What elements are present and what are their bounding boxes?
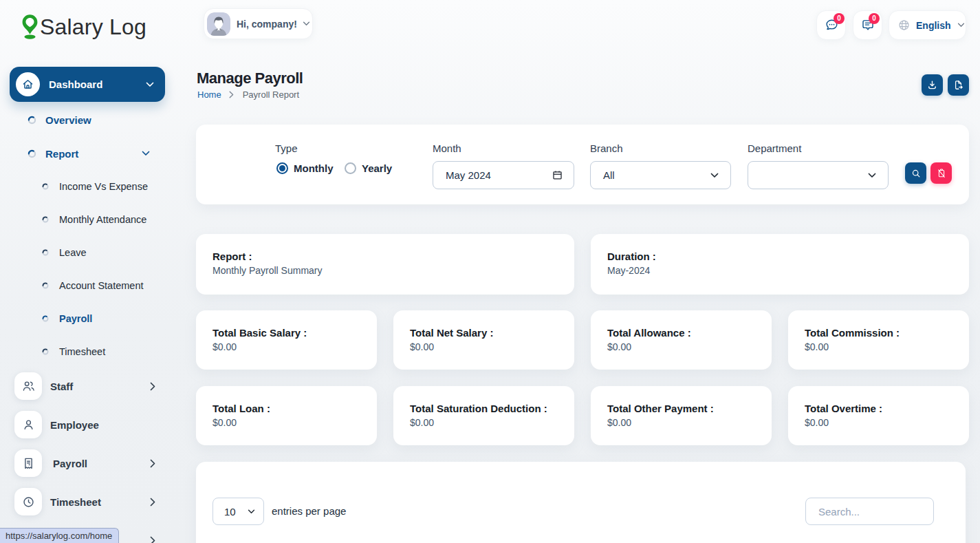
branch-value: All [603, 169, 615, 181]
branch-select[interactable]: All [590, 161, 731, 189]
clipboard-slash-icon [936, 168, 947, 179]
breadcrumb-home-link[interactable]: Home [197, 89, 221, 100]
ring-icon [42, 282, 49, 289]
user-greeting: Hi, company! [237, 19, 297, 30]
month-value: May 2024 [446, 169, 491, 181]
type-radio-monthly[interactable]: Monthly [276, 162, 334, 174]
sidebar-subitem-label: Income Vs Expense [59, 181, 148, 192]
report-summary-card: Report : Monthly Payroll Summary [196, 234, 574, 295]
filter-card: Type Monthly Yearly Month May 2024 Branc… [196, 125, 969, 204]
radio-unchecked-icon[interactable] [345, 162, 356, 174]
stat-card-total-saturation-deduction: Total Saturation Deduction : $0.00 [393, 386, 574, 445]
brand-logo[interactable]: Salary Log [21, 14, 146, 40]
user-menu[interactable]: Hi, company! [204, 8, 313, 39]
stat-label: Total Overtime : [805, 403, 882, 414]
stat-value: $0.00 [805, 341, 829, 352]
sidebar-item-dashboard[interactable]: Dashboard [10, 67, 165, 102]
sidebar-item-employee[interactable]: Employee [10, 411, 165, 438]
stat-value: $0.00 [607, 417, 631, 428]
calendar-icon [552, 169, 563, 181]
status-url-text: https://salarylog.com/home [6, 531, 112, 541]
sidebar-item-label: Report [45, 148, 78, 160]
stat-value: $0.00 [213, 417, 237, 428]
page-size-value: 10 [224, 506, 236, 518]
download-icon [926, 79, 938, 91]
sidebar-item-timesheet[interactable]: Timesheet [10, 488, 165, 515]
sidebar-subitem-payroll[interactable]: Payroll [10, 309, 165, 328]
stat-label: Total Basic Salary : [213, 327, 307, 339]
chevron-right-icon [150, 459, 155, 468]
chevron-right-icon [229, 91, 234, 98]
sidebar-item-staff[interactable]: Staff [10, 372, 165, 400]
chevron-down-icon [957, 23, 965, 28]
stat-value: $0.00 [607, 341, 631, 352]
duration-card: Duration : May-2024 [591, 234, 969, 295]
chevron-right-icon [150, 498, 155, 507]
sidebar-subitem-label: Account Statement [59, 280, 144, 291]
radio-checked-icon[interactable] [276, 162, 288, 174]
stat-value: $0.00 [805, 417, 829, 428]
table-search-input[interactable] [805, 498, 934, 525]
stat-value: $0.00 [410, 341, 434, 352]
stat-label: Total Saturation Deduction : [410, 403, 547, 414]
ring-icon [42, 249, 49, 256]
stat-label: Total Loan : [213, 403, 270, 414]
sidebar-item-payroll[interactable]: Payroll [10, 449, 165, 477]
sidebar-subitem-account-statement[interactable]: Account Statement [10, 276, 165, 295]
sidebar-subitem-monthly-attendance[interactable]: Monthly Attendance [10, 210, 165, 229]
entries-per-page-label: entries per page [272, 505, 346, 517]
month-date-input[interactable]: May 2024 [433, 161, 574, 189]
export-file-button[interactable] [948, 74, 969, 96]
stat-label: Total Other Payment : [607, 403, 714, 414]
month-label: Month [433, 142, 461, 154]
sidebar-item-report[interactable]: Report [10, 144, 165, 163]
download-report-button[interactable] [922, 74, 943, 96]
page-size-select[interactable]: 10 [213, 498, 264, 525]
radio-label: Yearly [362, 162, 392, 174]
stat-label: Total Net Salary : [410, 327, 493, 339]
payroll-receipt-icon [14, 449, 42, 477]
department-label: Department [748, 142, 801, 154]
sidebar-subitem-timesheet[interactable]: Timesheet [10, 342, 165, 361]
sidebar-item-label: Employee [50, 419, 99, 431]
search-filter-button[interactable] [905, 162, 926, 184]
chat-badge: 0 [834, 13, 845, 24]
department-select[interactable] [748, 161, 889, 189]
clock-icon [14, 488, 42, 515]
breadcrumb-current: Payroll Report [243, 89, 299, 100]
browser-status-tooltip: https://salarylog.com/home [0, 528, 119, 543]
chevron-down-icon [146, 82, 154, 87]
stat-label: Total Commission : [805, 327, 900, 339]
globe-icon [897, 19, 911, 32]
sidebar-subitem-label: Monthly Attendance [59, 214, 146, 225]
chevron-down-icon [303, 21, 310, 26]
breadcrumb: Home Payroll Report [197, 89, 299, 100]
clear-filter-button[interactable] [930, 162, 952, 184]
notifications-button[interactable]: 0 [853, 10, 882, 40]
sidebar-item-overview[interactable]: Overview [10, 110, 165, 129]
language-selector[interactable]: English [889, 10, 966, 40]
stat-card-total-other-payment: Total Other Payment : $0.00 [591, 386, 772, 445]
stat-value: $0.00 [213, 341, 237, 352]
type-radio-yearly[interactable]: Yearly [345, 162, 392, 174]
chat-button[interactable]: 0 [816, 10, 846, 40]
ring-icon [28, 116, 36, 125]
branch-label: Branch [590, 142, 623, 154]
chevron-down-icon [868, 173, 876, 178]
stat-label: Total Allowance : [607, 327, 691, 339]
sidebar-item-label: Timesheet [50, 496, 101, 508]
chevron-down-icon [710, 173, 719, 178]
ring-icon [28, 149, 36, 158]
home-icon [16, 72, 40, 96]
sidebar-subitem-leave[interactable]: Leave [10, 243, 165, 262]
page-title: Manage Payroll [197, 70, 303, 87]
sidebar-subitem-income-vs-expense[interactable]: Income Vs Expense [10, 177, 165, 196]
ring-icon [42, 348, 49, 355]
brand-name: Salary Log [40, 14, 146, 40]
stat-value: $0.00 [410, 417, 434, 428]
duration-value: May-2024 [607, 265, 650, 276]
stat-card-total-net-salary: Total Net Salary : $0.00 [393, 310, 574, 370]
map-pin-logo-icon [21, 14, 39, 40]
stat-card-total-basic-salary: Total Basic Salary : $0.00 [196, 310, 377, 370]
salary-log-app: Salary Log Hi, company! 0 [0, 0, 980, 543]
